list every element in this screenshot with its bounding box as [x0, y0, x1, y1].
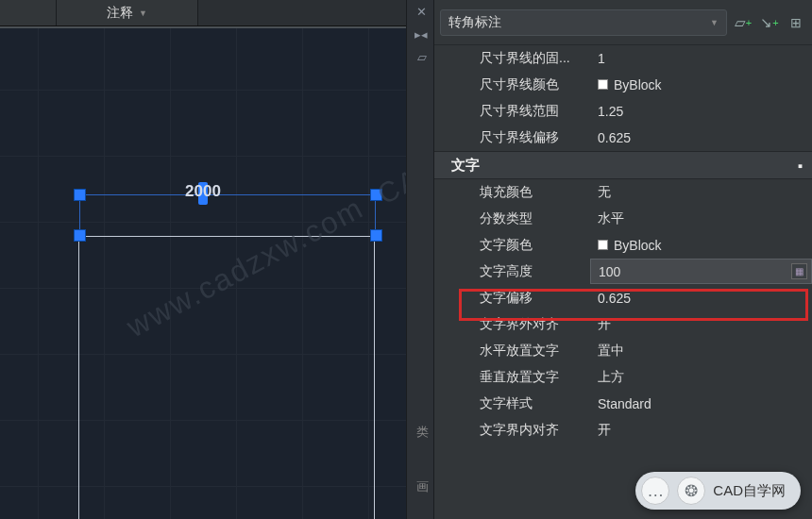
- property-label: 文字颜色: [434, 237, 590, 254]
- grip-handle[interactable]: [74, 229, 86, 242]
- property-row[interactable]: 文字界外对齐开: [434, 311, 812, 338]
- plus-box-icon: ⊞: [790, 15, 802, 30]
- palette-control-strip: ✕ ▸◂ ▱ 类 画: [406, 0, 434, 519]
- value-text: 水平: [598, 210, 624, 227]
- value-text: 上方: [598, 369, 624, 386]
- value-text: 无: [598, 184, 611, 201]
- property-row[interactable]: 垂直放置文字上方: [434, 364, 812, 391]
- wechat-icon: ❂: [677, 477, 705, 505]
- value-text: 100: [599, 264, 620, 279]
- select-value: 转角标注: [448, 14, 501, 31]
- calculator-icon[interactable]: ▦: [791, 263, 807, 279]
- property-row[interactable]: 尺寸界线的固...1: [434, 45, 812, 72]
- property-label: 分数类型: [434, 210, 590, 227]
- property-value[interactable]: 1.25: [590, 98, 812, 124]
- property-label: 文字偏移: [434, 290, 590, 307]
- property-row[interactable]: 文字界内对齐开: [434, 417, 812, 444]
- properties-panel: 转角标注 ▼ ▱+ ↘+ ⊞ 尺寸界线的固...1尺寸界线颜色ByBlock尺寸…: [434, 0, 812, 519]
- property-value[interactable]: 100▦: [590, 259, 812, 284]
- property-label: 垂直放置文字: [434, 369, 590, 386]
- object-type-select[interactable]: 转角标注 ▼: [440, 9, 727, 36]
- value-text: Standard: [598, 396, 651, 411]
- property-label: 尺寸界线颜色: [434, 76, 590, 93]
- select-objects-button[interactable]: ↘+: [759, 12, 780, 33]
- property-value[interactable]: 置中: [590, 338, 812, 363]
- property-value[interactable]: Standard: [590, 391, 812, 416]
- property-value[interactable]: 开: [590, 311, 812, 337]
- chat-widget[interactable]: ❂ CAD自学网: [635, 472, 801, 510]
- property-label: 文字界外对齐: [434, 316, 590, 333]
- property-label: 文字高度: [434, 263, 590, 280]
- property-value[interactable]: 开: [590, 417, 812, 443]
- property-row[interactable]: 填充颜色无: [434, 179, 812, 206]
- grip-handle[interactable]: [370, 189, 382, 201]
- property-label: 填充颜色: [434, 184, 590, 201]
- property-row[interactable]: 文字高度100▦: [434, 259, 812, 285]
- filter-icon: ▱: [735, 14, 746, 31]
- value-text: ByBlock: [614, 238, 662, 253]
- property-row[interactable]: 分数类型水平: [434, 206, 812, 232]
- value-text: 0.625: [598, 130, 631, 145]
- property-value[interactable]: 水平: [590, 206, 812, 231]
- cursor-icon: ↘: [760, 14, 772, 31]
- property-row[interactable]: 尺寸界线颜色ByBlock: [434, 72, 812, 98]
- tab-annotate[interactable]: 注释 ▼: [57, 0, 198, 25]
- value-text: 1: [598, 51, 605, 66]
- property-row[interactable]: 文字样式Standard: [434, 391, 812, 417]
- quick-select-button[interactable]: ▱+: [733, 12, 753, 33]
- value-text: 0.625: [598, 291, 631, 306]
- property-row[interactable]: 尺寸界线偏移0.625: [434, 125, 812, 151]
- color-swatch: [598, 240, 608, 250]
- rectangle-entity[interactable]: [78, 236, 375, 519]
- property-row[interactable]: 水平放置文字置中: [434, 338, 812, 364]
- section-title: 文字: [451, 157, 480, 175]
- property-label: 尺寸界线偏移: [434, 129, 590, 146]
- value-text: 置中: [598, 343, 624, 360]
- property-value[interactable]: ByBlock: [590, 232, 812, 258]
- plus-icon: +: [746, 17, 752, 28]
- property-value[interactable]: ByBlock: [590, 72, 812, 97]
- property-row[interactable]: 文字偏移0.625: [434, 285, 812, 311]
- property-row[interactable]: 尺寸界线范围1.25: [434, 98, 812, 125]
- collapse-icon[interactable]: ▪: [798, 158, 803, 174]
- chat-more-icon: [641, 477, 669, 505]
- property-value[interactable]: 0.625: [590, 125, 812, 150]
- close-icon[interactable]: ✕: [407, 0, 435, 23]
- property-label: 文字界内对齐: [434, 422, 590, 439]
- chevron-down-icon: ▼: [710, 18, 719, 27]
- property-value[interactable]: 1: [590, 45, 812, 71]
- collapse-icon[interactable]: ▸◂: [407, 23, 435, 45]
- value-text: 开: [598, 316, 611, 333]
- chat-label: CAD自学网: [713, 482, 786, 500]
- property-value[interactable]: 无: [590, 179, 812, 205]
- dimension-line: [79, 194, 375, 195]
- property-label: 水平放置文字: [434, 343, 590, 360]
- value-text: 开: [598, 422, 611, 439]
- color-swatch: [598, 79, 608, 90]
- grip-handle[interactable]: [370, 229, 382, 242]
- value-text: ByBlock: [614, 77, 662, 92]
- property-label: 尺寸界线的固...: [434, 50, 590, 67]
- property-value[interactable]: 上方: [590, 364, 812, 390]
- property-value[interactable]: 0.625: [590, 285, 812, 310]
- dimension-text: 2000: [185, 182, 221, 201]
- section-header-text[interactable]: 文字▪: [434, 151, 812, 179]
- property-label: 文字样式: [434, 395, 590, 412]
- chevron-down-icon: ▼: [139, 8, 147, 18]
- grip-handle[interactable]: [74, 189, 86, 201]
- property-row[interactable]: 文字颜色ByBlock: [434, 232, 812, 259]
- plus-icon: +: [772, 17, 778, 28]
- property-label: 尺寸界线范围: [434, 103, 590, 120]
- tab-label: 注释: [107, 5, 133, 22]
- menu-icon[interactable]: ▱: [407, 45, 435, 68]
- drawing-viewport[interactable]: 2000 www.cadzxw.com CAD自学网: [0, 26, 406, 519]
- value-text: 1.25: [598, 104, 623, 119]
- pick-set-button[interactable]: ⊞: [786, 12, 806, 33]
